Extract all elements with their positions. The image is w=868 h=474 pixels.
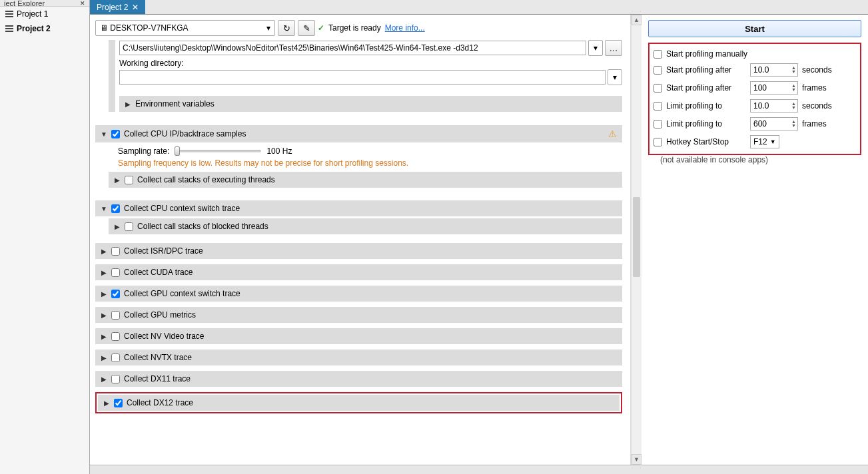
spinner-buttons-icon[interactable]: ▲▼ — [791, 102, 796, 110]
after-sec-spinner[interactable]: 10.0 ▲▼ — [750, 63, 798, 77]
close-icon[interactable]: ✕ — [132, 3, 139, 12]
expand-icon[interactable]: ▶ — [101, 375, 107, 383]
tab-project-2[interactable]: Project 2 ✕ — [90, 0, 145, 14]
limit-sec-checkbox[interactable] — [653, 102, 662, 111]
command-path-input[interactable] — [119, 41, 586, 55]
project-icon — [5, 25, 13, 32]
hotkey-select[interactable]: F12 ▼ — [750, 135, 779, 148]
wrench-button[interactable]: ✎ — [298, 20, 315, 36]
scroll-up-icon[interactable]: ▲ — [632, 15, 642, 25]
sampling-rate-slider[interactable] — [175, 150, 261, 152]
project-icon — [5, 11, 13, 17]
gpu-metrics-section[interactable]: ▶ Collect GPU metrics — [95, 307, 622, 323]
gpu-ctx-section[interactable]: ▶ Collect GPU context switch trace — [95, 286, 622, 302]
expand-icon[interactable]: ▶ — [103, 399, 110, 407]
project-explorer-title: ject Explorer — [4, 0, 45, 7]
expand-icon[interactable]: ▶ — [114, 176, 121, 184]
cpu-ip-section[interactable]: ▼ Collect CPU IP/backtrace samples ⚠ — [95, 125, 622, 142]
limit-frames-unit: frames — [802, 119, 827, 128]
limit-sec-label: Limit profiling to — [666, 101, 746, 111]
after-frames-label: Start profiling after — [666, 83, 746, 93]
expand-icon[interactable]: ▶ — [114, 223, 121, 230]
sampling-rate-value: 100 Hz — [266, 146, 292, 156]
manual-checkbox[interactable] — [653, 50, 662, 59]
command-dropdown[interactable]: ▾ — [588, 40, 603, 56]
callstack-blocked-checkbox[interactable] — [125, 222, 133, 231]
callstack-exec-checkbox[interactable] — [125, 176, 133, 184]
spinner-buttons-icon[interactable]: ▲▼ — [791, 120, 796, 128]
tab-label: Project 2 — [97, 3, 128, 12]
after-frames-spinner[interactable]: 100 ▲▼ — [750, 81, 798, 95]
spinner-buttons-icon[interactable]: ▲▼ — [791, 66, 796, 74]
sidebar-item-label: Project 1 — [17, 9, 48, 19]
dx12-checkbox[interactable] — [114, 399, 123, 407]
callstack-exec-section[interactable]: ▶ Collect call stacks of executing threa… — [109, 172, 622, 188]
after-frames-checkbox[interactable] — [653, 84, 662, 93]
expand-icon[interactable]: ▶ — [101, 354, 107, 361]
cuda-section[interactable]: ▶ Collect CUDA trace — [95, 264, 622, 280]
sampling-rate-label: Sampling rate: — [118, 146, 169, 156]
target-device-combo[interactable]: 🖥 DESKTOP-V7NFKGA ▾ — [95, 20, 275, 36]
collapse-icon[interactable]: ▼ — [101, 130, 107, 138]
cpu-ip-label: Collect CPU IP/backtrace samples — [124, 129, 604, 138]
refresh-button[interactable]: ↻ — [278, 20, 295, 36]
dx11-section[interactable]: ▶ Collect DX11 trace — [95, 371, 622, 387]
collapse-icon[interactable]: ✕ — [80, 0, 85, 7]
limit-frames-value: 600 — [753, 119, 767, 128]
gpu-ctx-checkbox[interactable] — [111, 290, 120, 298]
dx11-label: Collect DX11 trace — [124, 374, 617, 383]
more-info-link[interactable]: More info... — [385, 23, 425, 33]
isr-label: Collect ISR/DPC trace — [124, 246, 617, 256]
nv-video-label: Collect NV Video trace — [124, 332, 617, 341]
cuda-label: Collect CUDA trace — [124, 268, 617, 277]
start-button[interactable]: Start — [648, 20, 861, 37]
expand-icon[interactable]: ▶ — [101, 290, 107, 298]
limit-frames-checkbox[interactable] — [653, 120, 662, 128]
sidebar-item-project-2[interactable]: Project 2 — [0, 21, 89, 36]
hotkey-note: (not available in console apps) — [660, 155, 861, 164]
after-sec-label: Start profiling after — [666, 65, 746, 75]
cuda-checkbox[interactable] — [111, 268, 120, 277]
nvtx-label: Collect NVTX trace — [124, 353, 617, 362]
expand-icon[interactable]: ▶ — [101, 312, 107, 319]
limit-frames-spinner[interactable]: 600 ▲▼ — [750, 117, 798, 130]
nvtx-checkbox[interactable] — [111, 354, 120, 362]
sidebar-item-project-1[interactable]: Project 1 — [0, 7, 89, 21]
ctx-switch-section[interactable]: ▼ Collect CPU context switch trace — [95, 200, 622, 216]
expand-icon[interactable]: ▶ — [101, 269, 107, 276]
chevron-down-icon: ▾ — [266, 23, 270, 33]
expand-icon[interactable]: ▶ — [125, 101, 131, 108]
expand-icon[interactable]: ▶ — [101, 333, 107, 340]
collapse-icon[interactable]: ▼ — [101, 205, 107, 212]
limit-sec-spinner[interactable]: 10.0 ▲▼ — [750, 99, 798, 113]
check-icon: ✓ — [318, 23, 324, 33]
hotkey-checkbox[interactable] — [653, 138, 662, 146]
callstack-blocked-section[interactable]: ▶ Collect call stacks of blocked threads — [109, 218, 622, 234]
sampling-warning: Sampling frequency is low. Results may n… — [118, 158, 617, 168]
isr-section[interactable]: ▶ Collect ISR/DPC trace — [95, 243, 622, 259]
working-dir-dropdown[interactable]: ▾ — [608, 69, 622, 85]
working-dir-input[interactable] — [119, 70, 606, 85]
scroll-down-icon[interactable]: ▼ — [632, 454, 642, 465]
expand-icon[interactable]: ▶ — [101, 248, 107, 255]
working-dir-label: Working directory: — [119, 59, 622, 68]
target-status-text: Target is ready — [328, 23, 381, 33]
vertical-scrollbar[interactable]: ▲ ▼ — [631, 15, 642, 465]
isr-checkbox[interactable] — [111, 247, 120, 256]
nvtx-section[interactable]: ▶ Collect NVTX trace — [95, 350, 622, 365]
profiling-options-box: Start profiling manually Start profiling… — [648, 43, 861, 155]
cpu-ip-checkbox[interactable] — [111, 130, 120, 138]
nv-video-section[interactable]: ▶ Collect NV Video trace — [95, 328, 622, 344]
after-sec-checkbox[interactable] — [653, 66, 662, 75]
dx12-section[interactable]: ▶ Collect DX12 trace — [98, 395, 620, 411]
target-device-label: DESKTOP-V7NFKGA — [110, 23, 266, 33]
nv-video-checkbox[interactable] — [111, 332, 120, 341]
hotkey-label: Hotkey Start/Stop — [666, 137, 746, 146]
gpu-metrics-checkbox[interactable] — [111, 311, 120, 320]
limit-frames-label: Limit profiling to — [666, 119, 746, 128]
browse-command-button[interactable]: … — [605, 40, 622, 56]
ctx-switch-checkbox[interactable] — [111, 204, 120, 213]
dx11-checkbox[interactable] — [111, 375, 120, 383]
spinner-buttons-icon[interactable]: ▲▼ — [791, 84, 796, 92]
env-vars-section[interactable]: ▶ Environment variables — [119, 96, 622, 112]
